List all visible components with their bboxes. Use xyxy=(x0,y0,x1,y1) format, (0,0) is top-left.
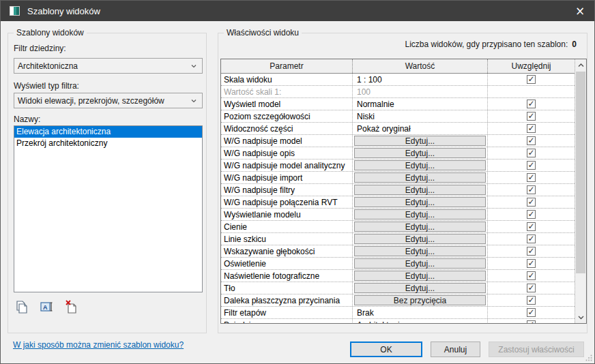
ok-button[interactable]: OK xyxy=(350,342,422,357)
parameter-value[interactable]: Edytuj... xyxy=(352,184,488,196)
include-checkbox[interactable]: ✓ xyxy=(527,173,536,182)
value-text: Pokaż oryginał xyxy=(353,124,411,134)
include-checkbox[interactable]: ✓ xyxy=(527,198,536,207)
resize-grip[interactable] xyxy=(585,354,592,361)
rename-icon[interactable]: A xyxy=(40,300,55,315)
value-button[interactable]: Edytuj... xyxy=(354,283,486,293)
table-row: Wyświetlanie modeluEdytuj...✓ xyxy=(221,209,575,221)
include-cell: ✓ xyxy=(488,294,575,306)
table-row: TłoEdytuj...✓ xyxy=(221,282,575,294)
filter-type-select[interactable]: Widoki elewacji, przekrojów, szczegółów xyxy=(14,93,203,108)
value-button[interactable]: Edytuj... xyxy=(354,148,486,158)
cancel-button[interactable]: Anuluj xyxy=(431,342,480,357)
value-button[interactable]: Edytuj... xyxy=(354,246,486,256)
value-button[interactable]: Edytuj... xyxy=(354,136,486,146)
include-checkbox[interactable]: ✓ xyxy=(527,112,536,121)
parameter-value: 100 xyxy=(352,86,488,97)
include-checkbox[interactable]: ✓ xyxy=(527,222,536,231)
group-title-left: Szablony widoków xyxy=(14,28,87,37)
scroll-up-icon[interactable] xyxy=(575,59,586,71)
parameter-value[interactable]: Edytuj... xyxy=(352,135,488,147)
include-checkbox[interactable]: ✓ xyxy=(527,320,536,323)
table-scrollbar[interactable] xyxy=(575,59,586,323)
value-button[interactable]: Edytuj... xyxy=(354,160,486,170)
parameter-value[interactable]: 1 : 100 xyxy=(352,74,488,85)
scrollbar-thumb[interactable] xyxy=(576,72,585,273)
include-checkbox[interactable]: ✓ xyxy=(527,161,536,170)
parameter-value[interactable]: Edytuj... xyxy=(352,172,488,183)
parameter-value[interactable]: Edytuj... xyxy=(352,270,488,282)
value-button[interactable]: Edytuj... xyxy=(354,209,486,219)
parameter-value[interactable]: Edytuj... xyxy=(352,196,488,208)
view-properties-group: Właściwości widoku Liczba widoków, gdy p… xyxy=(218,33,587,333)
table-row: OświetlenieEdytuj...✓ xyxy=(221,258,575,270)
parameter-name: Wyświetl model xyxy=(221,98,352,110)
table-row: Naświetlenie fotograficzneEdytuj...✓ xyxy=(221,270,575,282)
discipline-filter-select[interactable]: Architektoniczna xyxy=(14,58,203,74)
include-cell: ✓ xyxy=(488,98,575,110)
include-checkbox[interactable]: ✓ xyxy=(527,308,536,317)
include-checkbox[interactable]: ✓ xyxy=(527,124,536,133)
assigned-views-count: Liczba widoków, gdy przypisano ten szabl… xyxy=(405,40,577,49)
value-button[interactable]: Edytuj... xyxy=(354,197,486,207)
parameter-value[interactable]: Normalnie xyxy=(352,98,488,110)
table-row: Daleka płaszczyzna przycinaniaBez przyci… xyxy=(221,294,575,307)
parameter-value[interactable]: Edytuj... xyxy=(352,258,488,269)
column-header-parameter: Parametr xyxy=(221,59,352,73)
include-checkbox[interactable]: ✓ xyxy=(527,75,536,84)
value-button[interactable]: Edytuj... xyxy=(354,172,486,183)
table-row: W/G nadpisuje model analitycznyEdytuj...… xyxy=(221,160,575,172)
view-templates-group: Szablony widoków Filtr dziedziny: Archit… xyxy=(8,33,207,333)
value-button[interactable]: Edytuj... xyxy=(354,222,486,232)
parameter-name: Skala widoku xyxy=(221,74,352,85)
include-checkbox[interactable]: ✓ xyxy=(527,100,536,108)
include-checkbox[interactable]: ✓ xyxy=(527,271,536,280)
duplicate-icon[interactable] xyxy=(15,300,30,315)
template-names-list[interactable]: Elewacja architektonicznaPrzekrój archit… xyxy=(14,125,203,292)
parameter-value[interactable]: Edytuj... xyxy=(352,160,488,171)
value-button[interactable]: Edytuj... xyxy=(354,185,486,195)
include-checkbox[interactable]: ✓ xyxy=(527,185,536,194)
value-button[interactable]: Edytuj... xyxy=(354,271,486,281)
include-checkbox[interactable]: ✓ xyxy=(527,259,536,268)
discipline-filter-label: Filtr dziedziny: xyxy=(14,44,66,53)
include-cell: ✓ xyxy=(488,160,575,171)
apply-properties-button[interactable]: Zastosuj właściwości xyxy=(489,342,584,357)
value-button[interactable]: Edytuj... xyxy=(354,258,486,269)
list-item[interactable]: Elewacja architektoniczna xyxy=(14,126,202,138)
table-body: Skala widoku1 : 100✓Wartość skali 1:100W… xyxy=(221,74,575,323)
include-checkbox[interactable]: ✓ xyxy=(527,247,536,256)
parameter-value[interactable]: Niski xyxy=(352,110,488,122)
include-checkbox[interactable]: ✓ xyxy=(527,284,536,292)
list-item[interactable]: Przekrój architektoniczny xyxy=(14,138,202,149)
parameter-value[interactable]: Edytuj... xyxy=(352,282,488,294)
include-checkbox[interactable]: ✓ xyxy=(527,136,536,145)
parameter-value[interactable]: Edytuj... xyxy=(352,221,488,232)
parameter-name: W/G nadpisuje opis xyxy=(221,147,352,159)
help-link[interactable]: W jaki sposób można zmienić szablon wido… xyxy=(13,340,184,350)
parameter-value[interactable]: Edytuj... xyxy=(352,209,488,220)
table-row: Wskazywanie głębokościEdytuj...✓ xyxy=(221,245,575,258)
parameter-value[interactable]: Edytuj... xyxy=(352,147,488,159)
parameter-value[interactable]: Bez przycięcia xyxy=(352,294,488,306)
table-row: W/G nadpisuje filtryEdytuj...✓ xyxy=(221,184,575,196)
parameter-value[interactable]: Pokaż oryginał xyxy=(352,123,488,134)
include-checkbox[interactable]: ✓ xyxy=(527,149,536,157)
parameter-value[interactable]: Edytuj... xyxy=(352,233,488,245)
include-checkbox[interactable]: ✓ xyxy=(527,234,536,243)
value-button[interactable]: Edytuj... xyxy=(354,234,486,244)
delete-icon[interactable] xyxy=(64,300,79,315)
view-templates-dialog: Szablony widoków × Szablony widoków Filt… xyxy=(0,0,595,364)
include-checkbox[interactable]: ✓ xyxy=(527,210,536,219)
value-button[interactable]: Bez przycięcia xyxy=(354,295,486,305)
parameter-value[interactable]: Brak xyxy=(352,307,488,318)
scroll-down-icon[interactable] xyxy=(575,312,586,323)
parameter-value[interactable]: Edytuj... xyxy=(352,245,488,257)
table-row: Wartość skali 1:100 xyxy=(221,86,575,98)
close-icon[interactable]: × xyxy=(566,1,594,21)
include-cell: ✓ xyxy=(488,196,575,208)
parameter-value[interactable]: Architektoniczna xyxy=(352,319,488,323)
table-row: W/G nadpisuje połączenia RVTEdytuj...✓ xyxy=(221,196,575,209)
include-checkbox[interactable]: ✓ xyxy=(527,296,536,305)
table-row: DziedzinaArchitektoniczna✓ xyxy=(221,319,575,323)
